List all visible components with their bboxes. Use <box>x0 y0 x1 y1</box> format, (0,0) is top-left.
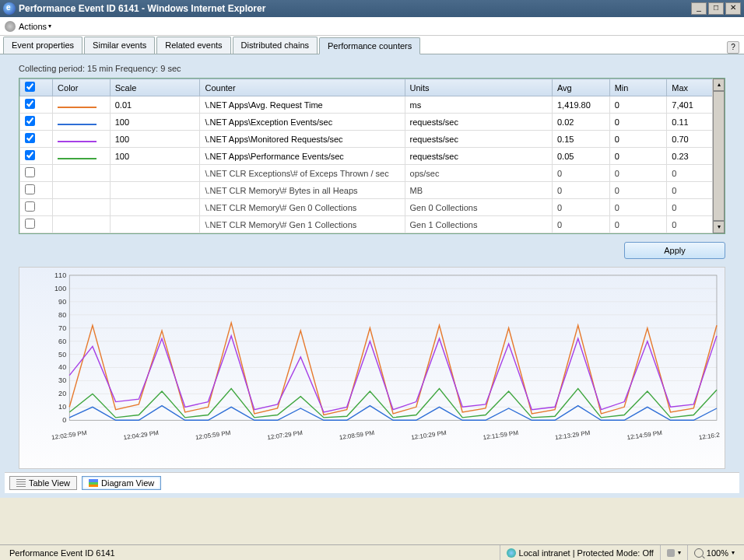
cell-min: 0 <box>609 182 667 199</box>
col-avg[interactable]: Avg <box>552 79 609 96</box>
color-swatch <box>58 124 97 125</box>
row-checkbox[interactable] <box>25 184 35 194</box>
cell-counter: \.NET CLR Memory\# Bytes in all Heaps <box>200 182 405 199</box>
diagram-icon <box>89 479 98 487</box>
tab-distributed-chains[interactable]: Distributed chains <box>233 37 318 54</box>
cell-units: ms <box>405 96 552 114</box>
table-view-button[interactable]: Table View <box>9 476 77 490</box>
table-icon <box>16 479 26 487</box>
scroll-thumb[interactable] <box>713 91 725 221</box>
counters-grid: ColorScaleCounterUnitsAvgMinMax 0.01\.NE… <box>19 78 725 234</box>
svg-text:12:02:59 PM: 12:02:59 PM <box>51 429 87 441</box>
cell-counter: \.NET CLR Exceptions\# of Exceps Thrown … <box>200 165 405 182</box>
grid-scrollbar[interactable]: ▴ ▾ <box>712 79 725 233</box>
help-icon[interactable]: ? <box>727 41 739 54</box>
cell-units: Gen 1 Collections <box>405 216 552 233</box>
svg-text:12:11:59 PM: 12:11:59 PM <box>483 429 518 441</box>
svg-text:12:07:29 PM: 12:07:29 PM <box>267 429 303 441</box>
close-button[interactable]: ✕ <box>725 2 741 15</box>
svg-text:12:14:59 PM: 12:14:59 PM <box>626 429 662 441</box>
svg-text:40: 40 <box>58 364 66 372</box>
tab-related-events[interactable]: Related events <box>156 37 230 54</box>
maximize-button[interactable]: □ <box>708 2 724 15</box>
status-security[interactable]: ▾ <box>660 545 687 560</box>
tab-event-properties[interactable]: Event properties <box>3 37 82 54</box>
col-check[interactable] <box>20 79 53 96</box>
color-swatch <box>58 141 97 142</box>
tab-similar-events[interactable]: Similar events <box>84 37 155 54</box>
cell-scale: 100 <box>110 131 200 148</box>
table-row[interactable]: 100\.NET Apps\Exception Events/secreques… <box>20 114 725 131</box>
svg-text:90: 90 <box>58 298 66 306</box>
ie-icon <box>3 2 16 15</box>
cell-avg: 0 <box>552 199 609 216</box>
table-row[interactable]: \.NET CLR Memory\# Gen 0 CollectionsGen … <box>20 199 725 216</box>
cell-min: 0 <box>609 199 667 216</box>
window-titlebar: Performance Event ID 6141 - Windows Inte… <box>0 0 744 17</box>
col-units[interactable]: Units <box>405 79 552 96</box>
status-zone: Local intranet | Protected Mode: Off <box>500 545 660 560</box>
chevron-down-icon: ▾ <box>48 23 51 30</box>
performance-chart: 010203040506070809010011012:02:59 PM12:0… <box>19 267 725 469</box>
row-checkbox[interactable] <box>25 133 35 143</box>
table-row[interactable]: \.NET CLR Memory\# Gen 1 CollectionsGen … <box>20 216 725 233</box>
perf-counters-panel: Collecting period: 15 min Frequency: 9 s… <box>0 54 744 498</box>
select-all-checkbox[interactable] <box>25 82 35 92</box>
cell-scale: 100 <box>110 148 200 165</box>
row-checkbox[interactable] <box>25 201 35 212</box>
lock-icon <box>667 549 675 557</box>
color-swatch <box>58 107 97 108</box>
cell-scale: 100 <box>110 114 200 131</box>
cell-units: requests/sec <box>405 131 552 148</box>
chevron-down-icon: ▾ <box>732 549 735 556</box>
cell-counter: \.NET Apps\Avg. Request Time <box>200 96 405 114</box>
svg-text:12:16:29 PM: 12:16:29 PM <box>698 429 720 441</box>
row-checkbox[interactable] <box>25 99 35 109</box>
cell-avg: 0 <box>552 216 609 233</box>
status-zoom[interactable]: 100% ▾ <box>687 545 741 560</box>
svg-text:12:08:59 PM: 12:08:59 PM <box>339 429 374 441</box>
cell-min: 0 <box>609 165 667 182</box>
table-row[interactable]: 100\.NET Apps\Performance Events/secrequ… <box>20 148 725 165</box>
svg-text:12:13:29 PM: 12:13:29 PM <box>555 429 591 441</box>
cell-counter: \.NET CLR Memory\# Gen 1 Collections <box>200 216 405 233</box>
cell-avg: 0 <box>552 182 609 199</box>
svg-text:70: 70 <box>58 324 66 332</box>
cell-avg: 0.02 <box>552 114 609 131</box>
cell-counter: \.NET Apps\Monitored Requests/sec <box>200 131 405 148</box>
cell-units: requests/sec <box>405 148 552 165</box>
col-counter[interactable]: Counter <box>200 79 405 96</box>
row-checkbox[interactable] <box>25 116 35 126</box>
svg-text:100: 100 <box>54 285 66 292</box>
col-color[interactable]: Color <box>53 79 111 96</box>
globe-icon <box>507 548 516 558</box>
diagram-view-button[interactable]: Diagram View <box>82 476 161 490</box>
svg-text:50: 50 <box>58 351 66 359</box>
table-row[interactable]: \.NET CLR Exceptions\# of Exceps Thrown … <box>20 165 725 182</box>
status-page: Performance Event ID 6141 <box>3 545 500 560</box>
svg-text:30: 30 <box>58 376 66 384</box>
table-row[interactable]: \.NET CLR Memory\# Bytes in all HeapsMB0… <box>20 182 725 199</box>
col-min[interactable]: Min <box>609 79 667 96</box>
row-checkbox[interactable] <box>25 150 35 160</box>
cell-units: requests/sec <box>405 114 552 131</box>
tab-performance-counters[interactable]: Performance counters <box>319 37 420 54</box>
svg-text:10: 10 <box>58 403 66 411</box>
row-checkbox[interactable] <box>25 167 35 177</box>
actions-menu[interactable]: Actions <box>19 22 47 31</box>
gear-icon <box>5 21 16 32</box>
cell-min: 0 <box>609 148 667 165</box>
scroll-up-icon[interactable]: ▴ <box>713 79 725 91</box>
table-row[interactable]: 100\.NET Apps\Monitored Requests/secrequ… <box>20 131 725 148</box>
table-row[interactable]: 0.01\.NET Apps\Avg. Request Timems1,419.… <box>20 96 725 114</box>
cell-scale <box>110 182 200 199</box>
col-scale[interactable]: Scale <box>110 79 200 96</box>
cell-avg: 1,419.80 <box>552 96 609 114</box>
row-checkbox[interactable] <box>25 219 35 229</box>
table-view-label: Table View <box>29 478 70 488</box>
apply-button[interactable]: Apply <box>624 242 725 259</box>
status-bar: Performance Event ID 6141 Local intranet… <box>0 544 744 560</box>
cell-scale <box>110 216 200 233</box>
minimize-button[interactable]: _ <box>691 2 707 15</box>
scroll-down-icon[interactable]: ▾ <box>713 221 725 233</box>
